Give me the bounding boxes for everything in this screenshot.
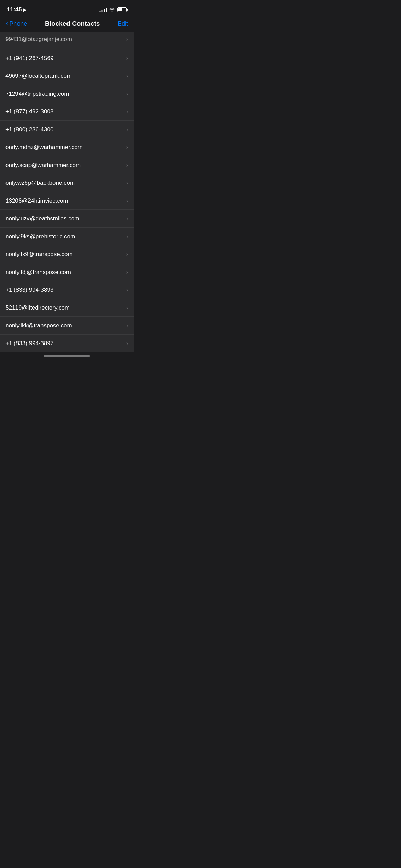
signal-bar-3 xyxy=(104,9,105,12)
chevron-right-icon: › xyxy=(126,251,128,257)
contact-value: nonly.lkk@transpose.com xyxy=(5,322,72,329)
contact-item[interactable]: nonly.fx9@transpose.com› xyxy=(0,245,134,263)
contact-value: +1 (833) 994-3897 xyxy=(5,340,53,347)
nav-bar: ‹ Phone Blocked Contacts Edit xyxy=(0,17,134,32)
contact-value: +1 (941) 267-4569 xyxy=(5,55,53,62)
contact-item[interactable]: 13208@24htimviec.com› xyxy=(0,192,134,210)
battery-fill xyxy=(118,8,123,11)
contact-item[interactable]: 49697@localtoprank.com› xyxy=(0,67,134,85)
chevron-right-icon: › xyxy=(126,126,128,133)
wifi-icon xyxy=(109,7,115,13)
contact-value: +1 (877) 492-3008 xyxy=(5,108,53,115)
signal-bar-1 xyxy=(99,11,101,12)
edit-button[interactable]: Edit xyxy=(118,20,128,27)
contact-value: only.wz6p@backbone.com xyxy=(5,180,75,186)
blocked-contacts-list: 99431@otazgrejanje.com›+1 (941) 267-4569… xyxy=(0,32,134,352)
status-icons xyxy=(99,7,127,13)
chevron-right-icon: › xyxy=(126,73,128,79)
chevron-right-icon: › xyxy=(126,287,128,293)
status-time: 11:45 ▶ xyxy=(7,6,26,13)
chevron-right-icon: › xyxy=(126,216,128,222)
chevron-right-icon: › xyxy=(126,305,128,311)
chevron-right-icon: › xyxy=(126,323,128,329)
chevron-right-icon: › xyxy=(126,340,128,347)
contact-item[interactable]: +1 (833) 994-3897› xyxy=(0,335,134,352)
chevron-right-icon: › xyxy=(126,162,128,168)
back-label[interactable]: Phone xyxy=(9,20,27,27)
status-bar: 11:45 ▶ xyxy=(0,0,134,17)
chevron-right-icon: › xyxy=(126,144,128,150)
chevron-right-icon: › xyxy=(126,269,128,275)
contact-value: onrly.scap@warhammer.com xyxy=(5,162,81,169)
home-indicator xyxy=(44,355,90,357)
contact-item[interactable]: 99431@otazgrejanje.com› xyxy=(0,32,134,49)
chevron-right-icon: › xyxy=(126,55,128,61)
back-button[interactable]: ‹ Phone xyxy=(5,20,27,27)
chevron-right-icon: › xyxy=(126,91,128,97)
contact-value: nonly.fx9@transpose.com xyxy=(5,251,73,258)
contact-value: nonly.f8j@transpose.com xyxy=(5,269,71,276)
contact-item[interactable]: onrly.scap@warhammer.com› xyxy=(0,156,134,174)
page-title: Blocked Contacts xyxy=(45,20,100,27)
contact-value: onrly.mdnz@warhammer.com xyxy=(5,144,83,151)
contact-value: 99431@otazgrejanje.com xyxy=(5,36,72,43)
contact-value: 49697@localtoprank.com xyxy=(5,73,72,80)
signal-bar-2 xyxy=(101,10,103,12)
contact-item[interactable]: +1 (800) 236-4300› xyxy=(0,121,134,138)
chevron-right-icon: › xyxy=(126,109,128,115)
contact-value: nonly.9ks@prehistoric.com xyxy=(5,233,75,240)
signal-bar-4 xyxy=(106,8,107,12)
chevron-right-icon: › xyxy=(126,233,128,240)
contact-item[interactable]: 52119@litedirectory.com› xyxy=(0,299,134,317)
contact-item[interactable]: nonly.uzv@deathsmiles.com› xyxy=(0,210,134,228)
contact-item[interactable]: onrly.mdnz@warhammer.com› xyxy=(0,138,134,156)
contact-value: 13208@24htimviec.com xyxy=(5,197,68,204)
contact-item[interactable]: +1 (941) 267-4569› xyxy=(0,49,134,67)
chevron-right-icon: › xyxy=(126,180,128,186)
battery-icon xyxy=(117,7,127,12)
contact-value: +1 (800) 236-4300 xyxy=(5,126,53,133)
contact-item[interactable]: nonly.lkk@transpose.com› xyxy=(0,317,134,335)
contact-item[interactable]: nonly.9ks@prehistoric.com› xyxy=(0,228,134,245)
contact-item[interactable]: +1 (833) 994-3893› xyxy=(0,281,134,299)
contact-value: 52119@litedirectory.com xyxy=(5,304,70,311)
time-display: 11:45 xyxy=(7,6,22,13)
contact-item[interactable]: 71294@tripstrading.com› xyxy=(0,85,134,103)
contact-value: nonly.uzv@deathsmiles.com xyxy=(5,215,79,222)
contact-item[interactable]: +1 (877) 492-3008› xyxy=(0,103,134,121)
contact-value: 71294@tripstrading.com xyxy=(5,91,69,97)
location-icon: ▶ xyxy=(23,7,26,12)
chevron-right-icon: › xyxy=(126,36,128,43)
back-chevron-icon: ‹ xyxy=(5,20,8,27)
contact-item[interactable]: only.wz6p@backbone.com› xyxy=(0,174,134,192)
contact-value: +1 (833) 994-3893 xyxy=(5,287,53,293)
signal-bars xyxy=(99,7,107,12)
contact-item[interactable]: nonly.f8j@transpose.com› xyxy=(0,263,134,281)
chevron-right-icon: › xyxy=(126,198,128,204)
